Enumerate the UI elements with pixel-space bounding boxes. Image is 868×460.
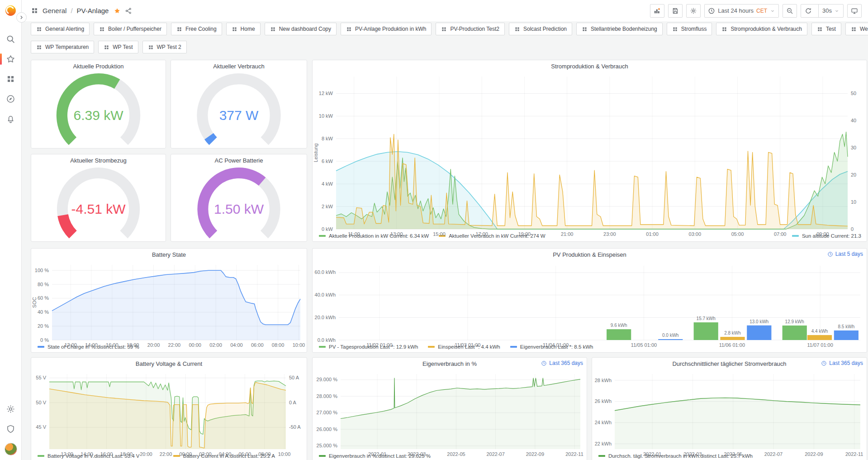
dashboard-link-button[interactable]: PV-Anlage Produktion in kWh: [341, 23, 432, 35]
dashboard-link-button[interactable]: WP Test: [98, 41, 138, 53]
nav-row-2: WP TemperaturenWP TestWP Test 2: [31, 41, 187, 53]
svg-text:55 V: 55 V: [36, 375, 46, 380]
alerting-bell-icon[interactable]: [6, 114, 15, 124]
dashboard-link-button[interactable]: Free Cooling: [171, 23, 222, 35]
dashboard-link-button[interactable]: Home: [226, 23, 261, 35]
svg-text:22:00: 22:00: [160, 451, 172, 457]
gauge-batterie[interactable]: 1.50 kW: [171, 166, 307, 241]
dashboard-link-button[interactable]: WP Temperaturen: [31, 41, 94, 53]
user-avatar[interactable]: [5, 443, 17, 455]
save-dashboard-button[interactable]: [668, 4, 683, 18]
dashboard-link-label: PV-Production Test2: [450, 26, 499, 32]
dashboard-link-button[interactable]: Test: [811, 23, 841, 35]
svg-text:26.000 %: 26.000 %: [317, 426, 338, 432]
clock-icon: [708, 7, 715, 14]
svg-text:0 kW: 0 kW: [322, 226, 333, 232]
svg-text:100 %: 100 %: [35, 268, 49, 273]
dashboard-link-button[interactable]: WP Test 2: [142, 41, 187, 53]
svg-text:1.50 kW: 1.50 kW: [214, 201, 264, 216]
panel-title[interactable]: AC Power Batterie: [171, 154, 307, 166]
gauge-verbrauch[interactable]: 377 W: [171, 72, 307, 148]
dashboard-link-label: New dashboard Copy: [279, 26, 331, 32]
svg-text:40 %: 40 %: [38, 309, 49, 315]
svg-text:2.8 kWh: 2.8 kWh: [724, 331, 741, 335]
panel-ac-power-batterie: AC Power Batterie 1.50 kW: [171, 154, 307, 242]
svg-text:04:00: 04:00: [219, 451, 232, 457]
avg-stromverbrauch-chart[interactable]: 2022-012022-032022-052022-072022-092022-…: [592, 369, 867, 453]
sidebar-expand-button[interactable]: [16, 12, 27, 23]
cycle-view-mode-button[interactable]: [847, 4, 862, 18]
svg-text:22:00: 22:00: [168, 342, 181, 348]
dashboard-grid-icon: [232, 26, 237, 32]
breadcrumb-page-title[interactable]: PV-Anlage: [77, 7, 109, 14]
dashboard-link-label: Stromproduktion & Verbrauch: [730, 26, 802, 32]
breadcrumb-section[interactable]: General: [43, 7, 66, 14]
dashboard-grid-icon: [721, 26, 727, 32]
breadcrumb-separator: /: [71, 7, 72, 14]
stromproduktion-chart[interactable]: 11:0013:0015:0017:0019:0021:0023:0001:00…: [313, 72, 867, 233]
dashboard-link-button[interactable]: Stromfluss: [667, 23, 712, 35]
svg-text:6.39 kW: 6.39 kW: [73, 108, 123, 123]
configuration-gear-icon[interactable]: [6, 404, 15, 414]
explore-compass-icon[interactable]: [6, 94, 15, 104]
panel-title[interactable]: Aktueller Verbrauch: [171, 60, 307, 72]
dashboard-link-button[interactable]: New dashboard Copy: [265, 23, 337, 35]
dashboard-link-button[interactable]: PV-Production Test2: [436, 23, 505, 35]
svg-text:9.6 kWh: 9.6 kWh: [611, 323, 627, 328]
share-icon[interactable]: [125, 7, 132, 14]
time-range-badge[interactable]: Last 365 days: [541, 360, 583, 366]
panel-durchschnittlicher-stromverbrauch: Durchschnittlicher täglicher Stromverbra…: [592, 357, 867, 460]
svg-text:14:00: 14:00: [85, 342, 98, 348]
panel-title[interactable]: Aktueller Strombezug: [31, 154, 166, 166]
dashboard-link-button[interactable]: General Alerting: [31, 23, 90, 35]
svg-text:20 %: 20 %: [38, 323, 49, 329]
dashboard-grid-icon: [31, 7, 38, 14]
gauge-produktion[interactable]: 6.39 kW: [31, 72, 166, 148]
panel-title[interactable]: Stromproduktion & Verbrauch: [313, 60, 867, 72]
dashboard-link-button[interactable]: Stromproduktion & Verbrauch: [716, 23, 807, 35]
battery-state-chart[interactable]: 12:0014:0016:0018:0020:0022:0000:0002:00…: [31, 260, 307, 344]
panel-title[interactable]: Battery Voltage & Current: [31, 358, 307, 369]
gauge-strombezug[interactable]: -4.51 kW: [31, 166, 166, 241]
panel-title[interactable]: Aktuelle Produktion: [31, 60, 166, 72]
pv-einspeisen-chart[interactable]: 11/02 01:0011/03 01:0011/04 01:0011/05 0…: [313, 260, 867, 344]
svg-text:22 kWh: 22 kWh: [595, 441, 612, 446]
dashboard-settings-button[interactable]: [686, 4, 701, 18]
panel-title[interactable]: Battery State: [31, 249, 307, 260]
dashboard-link-button[interactable]: Boiler / Pufferspeicher: [94, 23, 167, 35]
time-range-badge[interactable]: Last 5 days: [827, 251, 863, 257]
grafana-dashboard: { "colors":{"green":"#73BF69","yellow":"…: [0, 0, 868, 460]
refresh-button[interactable]: [801, 5, 816, 17]
time-range-badge-label: Last 365 days: [829, 360, 863, 366]
svg-text:-50 A: -50 A: [289, 424, 301, 430]
time-range-badge[interactable]: Last 365 days: [821, 360, 863, 366]
svg-text:18:00: 18:00: [120, 451, 133, 457]
server-admin-shield-icon[interactable]: [6, 424, 15, 434]
dashboard-link-button[interactable]: Weather Data: [845, 23, 868, 35]
svg-text:50 V: 50 V: [36, 400, 46, 405]
favorite-star-icon[interactable]: [114, 7, 121, 14]
dashboard-link-button[interactable]: Stellantriebe Bodenheizung: [576, 23, 663, 35]
time-range-picker[interactable]: Last 24 hours CET: [704, 4, 779, 18]
breadcrumb: General / PV-Anlage: [31, 7, 132, 14]
refresh-interval-picker[interactable]: 30s: [818, 5, 843, 17]
panel-title[interactable]: PV Produktion & Einspeisen: [313, 249, 867, 260]
svg-text:11:00: 11:00: [348, 231, 360, 237]
svg-text:12:00: 12:00: [64, 342, 77, 348]
svg-text:00:00: 00:00: [179, 451, 192, 457]
svg-text:27.000 %: 27.000 %: [317, 410, 338, 415]
svg-text:06:00: 06:00: [238, 451, 251, 457]
svg-text:80 %: 80 %: [38, 282, 49, 287]
search-icon[interactable]: [6, 34, 15, 44]
eigenverbrauch-chart[interactable]: 2022-012022-032022-052022-072022-092022-…: [313, 369, 587, 453]
dashboards-icon[interactable]: [6, 74, 15, 84]
grafana-logo[interactable]: [4, 4, 17, 17]
svg-text:SOC: SOC: [32, 297, 37, 308]
dashboard-link-button[interactable]: Solcast Prediction: [509, 23, 572, 35]
battery-voltage-chart[interactable]: 12:0014:0016:0018:0020:0022:0000:0002:00…: [31, 369, 307, 453]
svg-text:2022-01: 2022-01: [643, 451, 661, 457]
timezone-label: CET: [756, 8, 767, 14]
zoom-out-button[interactable]: [783, 4, 797, 18]
starred-dashboards-icon[interactable]: [6, 54, 15, 64]
add-panel-button[interactable]: [650, 4, 664, 18]
